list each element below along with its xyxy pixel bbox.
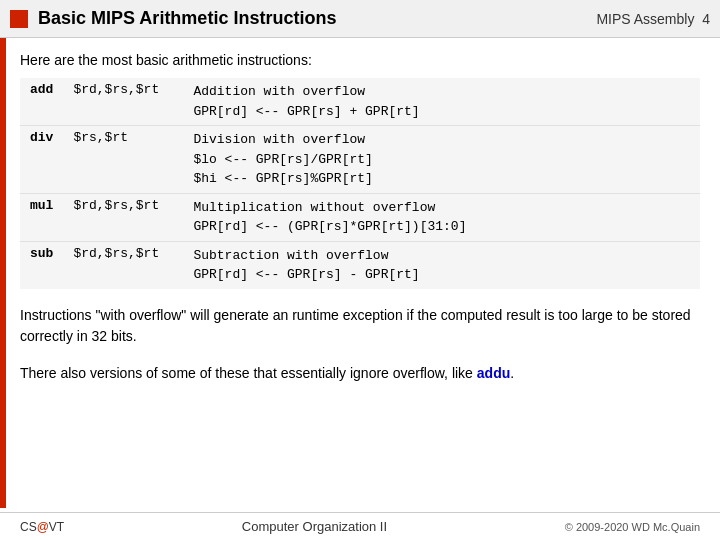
footer-center: Computer Organization II: [242, 519, 387, 534]
table-row: sub$rd,$rs,$rtSubtraction with overflowG…: [20, 241, 700, 289]
badge-label: MIPS Assembly: [596, 11, 694, 27]
instruction-cell: mul: [20, 193, 63, 241]
footer: CS@VT Computer Organization II © 2009-20…: [0, 512, 720, 540]
page-title: Basic MIPS Arithmetic Instructions: [38, 8, 596, 29]
table-row: div$rs,$rtDivision with overflow$lo <-- …: [20, 126, 700, 194]
footer-left: CS@VT: [20, 520, 64, 534]
body-paragraph-2: There also versions of some of these tha…: [20, 363, 700, 384]
operands-cell: $rd,$rs,$rt: [63, 241, 183, 289]
instruction-cell: add: [20, 78, 63, 126]
operands-cell: $rd,$rs,$rt: [63, 193, 183, 241]
instruction-table: add$rd,$rs,$rtAddition with overflowGPR[…: [20, 78, 700, 289]
description-cell: Subtraction with overflowGPR[rd] <-- GPR…: [183, 241, 700, 289]
left-accent-bar: [0, 38, 6, 508]
red-square-icon: [10, 10, 28, 28]
table-row: add$rd,$rs,$rtAddition with overflowGPR[…: [20, 78, 700, 126]
body-paragraph-1: Instructions "with overflow" will genera…: [20, 305, 700, 347]
paragraph2-prefix: There also versions of some of these tha…: [20, 365, 473, 381]
table-row: mul$rd,$rs,$rtMultiplication without ove…: [20, 193, 700, 241]
description-cell: Multiplication without overflowGPR[rd] <…: [183, 193, 700, 241]
header-badge: MIPS Assembly 4: [596, 11, 710, 27]
paragraph2-suffix: .: [510, 365, 514, 381]
intro-text: Here are the most basic arithmetic instr…: [20, 52, 700, 68]
operands-cell: $rd,$rs,$rt: [63, 78, 183, 126]
at-symbol: @: [37, 520, 49, 534]
main-content: Here are the most basic arithmetic instr…: [0, 38, 720, 410]
addu-link[interactable]: addu: [477, 365, 510, 381]
description-cell: Addition with overflowGPR[rd] <-- GPR[rs…: [183, 78, 700, 126]
footer-right: © 2009-2020 WD Mc.Quain: [565, 521, 700, 533]
header-bar: Basic MIPS Arithmetic Instructions MIPS …: [0, 0, 720, 38]
instruction-cell: sub: [20, 241, 63, 289]
description-cell: Division with overflow$lo <-- GPR[rs]/GP…: [183, 126, 700, 194]
badge-number: 4: [702, 11, 710, 27]
instruction-cell: div: [20, 126, 63, 194]
operands-cell: $rs,$rt: [63, 126, 183, 194]
